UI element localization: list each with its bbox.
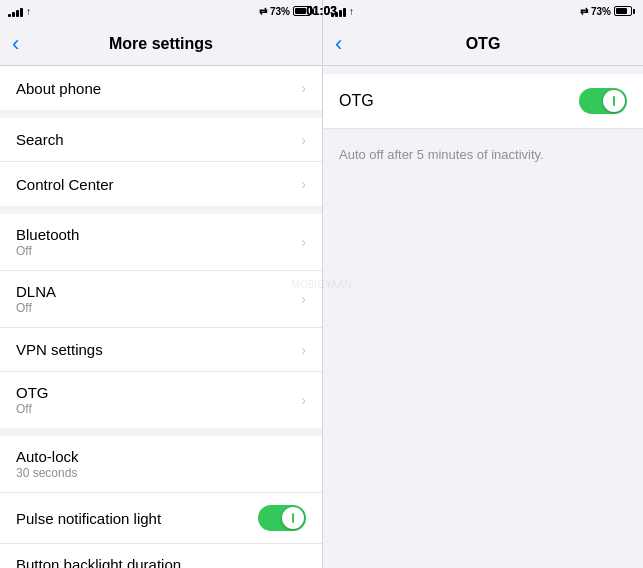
otg-toggle-line-icon: [613, 96, 615, 106]
bluetooth-sublabel: Off: [16, 244, 79, 258]
settings-item-about-phone[interactable]: About phone ›: [0, 66, 322, 110]
left-back-chevron-icon: ‹: [12, 31, 19, 57]
settings-section-1: About phone ›: [0, 66, 322, 110]
otg-toggle-knob: [603, 90, 625, 112]
right-signal-bar-4: [343, 8, 346, 17]
right-wifi-icon: ⇄: [580, 6, 588, 17]
control-center-label: Control Center: [16, 176, 114, 193]
settings-item-auto-lock[interactable]: Auto-lock 30 seconds: [0, 436, 322, 493]
vpn-label: VPN settings: [16, 341, 103, 358]
right-back-chevron-icon: ‹: [335, 31, 342, 57]
settings-item-otg-left[interactable]: OTG Off ›: [0, 372, 322, 428]
settings-item-control-center[interactable]: Control Center ›: [0, 162, 322, 206]
settings-item-search[interactable]: Search ›: [0, 118, 322, 162]
settings-item-dlna[interactable]: DLNA Off ›: [0, 271, 322, 328]
toggle-knob: [282, 507, 304, 529]
signal-bar-1: [8, 14, 11, 17]
settings-section-4: Auto-lock 30 seconds Pulse notification …: [0, 436, 322, 568]
pulse-label: Pulse notification light: [16, 510, 161, 527]
left-signal-bars: [8, 6, 23, 17]
otg-left-sublabel: Off: [16, 402, 49, 416]
settings-item-vpn[interactable]: VPN settings ›: [0, 328, 322, 372]
settings-item-pulse-notification[interactable]: Pulse notification light: [0, 493, 322, 544]
otg-description: Auto off after 5 minutes of inactivity.: [323, 137, 643, 172]
left-status-bar: ↑ 01:03 ⇄ 73%: [0, 0, 322, 22]
vpn-chevron-icon: ›: [301, 342, 306, 358]
search-label: Search: [16, 131, 64, 148]
left-panel: ↑ 01:03 ⇄ 73% ‹ More settings: [0, 0, 322, 568]
settings-item-bluetooth[interactable]: Bluetooth Off ›: [0, 214, 322, 271]
dlna-chevron-icon: ›: [301, 291, 306, 307]
signal-bar-4: [20, 8, 23, 17]
left-nav-title: More settings: [109, 35, 213, 53]
right-back-button[interactable]: ‹: [335, 31, 342, 57]
left-back-button[interactable]: ‹: [12, 31, 19, 57]
about-phone-label: About phone: [16, 80, 101, 97]
right-battery-icon: [614, 6, 635, 16]
left-nav-bar: ‹ More settings: [0, 22, 322, 66]
settings-section-2: Search › Control Center ›: [0, 118, 322, 206]
otg-toggle-row[interactable]: OTG: [323, 74, 643, 129]
pulse-notification-toggle[interactable]: [258, 505, 306, 531]
right-arrow-up: ↑: [349, 6, 354, 17]
otg-main-label: OTG: [339, 92, 374, 110]
right-signal-bar-3: [339, 10, 342, 17]
button-backlight-label: Button backlight duration: [16, 556, 181, 568]
settings-section-3: Bluetooth Off › DLNA Off › VPN settings: [0, 214, 322, 428]
right-nav-bar: ‹ OTG: [323, 22, 643, 66]
control-center-chevron-icon: ›: [301, 176, 306, 192]
auto-lock-sublabel: 30 seconds: [16, 466, 79, 480]
right-status-bar: ↑ 01:03 ⇄ 73%: [323, 0, 643, 22]
bluetooth-label: Bluetooth: [16, 226, 79, 243]
otg-left-label: OTG: [16, 384, 49, 401]
right-status-right: ⇄ 73%: [580, 6, 635, 17]
right-battery-pct: 73%: [591, 6, 611, 17]
left-wifi-icon: ⇄: [259, 6, 267, 17]
search-chevron-icon: ›: [301, 132, 306, 148]
signal-bar-3: [16, 10, 19, 17]
otg-toggle[interactable]: [579, 88, 627, 114]
toggle-line-icon: [292, 513, 294, 523]
auto-lock-label: Auto-lock: [16, 448, 79, 465]
settings-item-button-backlight[interactable]: Button backlight duration 1.5 seconds: [0, 544, 322, 568]
right-time: 01:03: [322, 4, 337, 18]
about-phone-chevron-icon: ›: [301, 80, 306, 96]
left-settings-list: About phone › Search › Control Center: [0, 66, 322, 568]
signal-bar-2: [12, 12, 15, 17]
left-signal-group: ↑: [8, 6, 31, 17]
left-arrow-up: ↑: [26, 6, 31, 17]
left-battery-pct: 73%: [270, 6, 290, 17]
dlna-sublabel: Off: [16, 301, 56, 315]
bluetooth-chevron-icon: ›: [301, 234, 306, 250]
otg-content-section: OTG: [323, 74, 643, 129]
right-nav-title: OTG: [466, 35, 501, 53]
dlna-label: DLNA: [16, 283, 56, 300]
right-panel: ↑ 01:03 ⇄ 73% ‹ OTG: [322, 0, 643, 568]
otg-left-chevron-icon: ›: [301, 392, 306, 408]
